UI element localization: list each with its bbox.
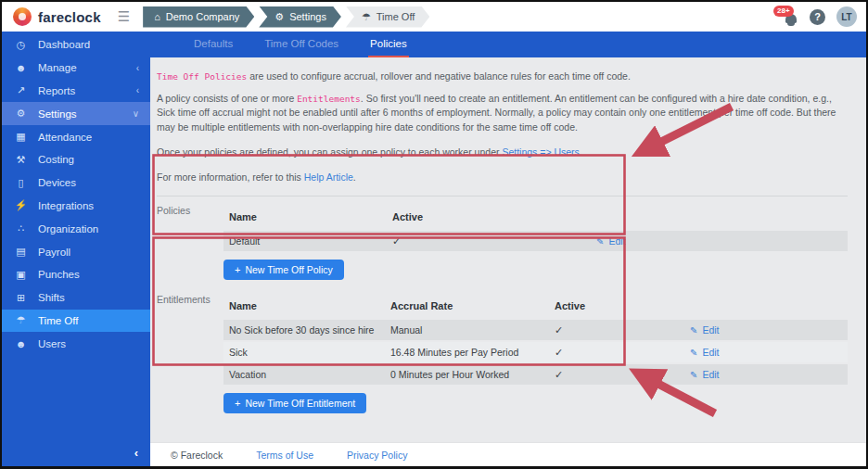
gear-icon: ⚙ xyxy=(274,12,284,22)
entitlement-accrual-rate: Manual xyxy=(390,324,555,336)
sidebar-item-time-off[interactable]: ☂ Time Off xyxy=(2,310,150,333)
intro-paragraph-3: Once your policies are defined, you can … xyxy=(157,146,848,159)
sidebar-item-integrations[interactable]: ⚡ Integrations xyxy=(2,195,150,218)
money-icon: ▤ xyxy=(14,246,28,258)
tab-policies[interactable]: Policies xyxy=(368,32,409,57)
edit-policy-link[interactable]: ✎Edit xyxy=(596,235,670,247)
button-label: New Time Off Policy xyxy=(245,264,332,275)
sidebar-item-users[interactable]: ☻ Users xyxy=(2,332,150,355)
pencil-icon: ✎ xyxy=(690,348,697,358)
policy-name: Default xyxy=(223,235,392,247)
help-icon[interactable]: ? xyxy=(810,9,825,25)
policies-table-header: Name Active xyxy=(223,202,848,231)
attendance-grid-icon: ▦ xyxy=(14,131,28,143)
new-time-off-policy-button[interactable]: +New Time Off Policy xyxy=(223,260,344,280)
sidebar-item-label: Manage xyxy=(38,62,126,73)
sidebar-item-manage[interactable]: ☻ Manage ‹ xyxy=(2,57,150,80)
chevron-down-icon: ∨ xyxy=(133,108,139,119)
breadcrumb-time-off[interactable]: ☂ Time Off xyxy=(346,6,429,28)
privacy-policy-link[interactable]: Privacy Policy xyxy=(347,450,407,461)
sidebar-item-attendance[interactable]: ▦ Attendance xyxy=(2,125,150,148)
plug-icon: ⚡ xyxy=(14,199,28,211)
entitlement-row-sick[interactable]: Sick 16.48 Minutes per Pay Period ✓ ✎Edi… xyxy=(223,342,848,362)
person-icon: ☻ xyxy=(14,62,28,73)
tab-defaults[interactable]: Defaults xyxy=(192,32,235,57)
breadcrumb-label: Time Off xyxy=(377,11,415,22)
dashboard-icon: ◷ xyxy=(14,39,28,51)
sidebar-item-dashboard[interactable]: ◷ Dashboard xyxy=(2,33,150,57)
entitlement-accrual-rate: 0 Minutes per Hour Worked xyxy=(390,369,555,380)
entitlement-name: No Sick before 30 days since hire xyxy=(223,324,390,336)
entitlement-row-no-sick[interactable]: No Sick before 30 days since hire Manual… xyxy=(223,320,848,340)
breadcrumb: ⌂ Demo Company ⚙ Settings ☂ Time Off xyxy=(143,6,429,28)
sidebar-item-shifts[interactable]: ⊞ Shifts xyxy=(2,286,150,310)
edit-label: Edit xyxy=(702,347,719,358)
button-label: New Time Off Entitlement xyxy=(245,398,355,409)
sidebar-item-punches[interactable]: ▣ Punches xyxy=(2,263,150,286)
intro-paragraph-4: For more information, refer to this Help… xyxy=(157,171,848,184)
chart-icon: ↗ xyxy=(14,84,28,96)
section-divider xyxy=(157,196,848,196)
column-header-name: Name xyxy=(223,211,392,222)
time-off-tabbar: Defaults Time Off Codes Policies xyxy=(150,32,866,57)
users-icon: ☻ xyxy=(14,338,28,349)
entitlement-name: Sick xyxy=(223,347,390,358)
edit-label: Edit xyxy=(702,324,719,336)
sidebar-item-costing[interactable]: ⚒ Costing xyxy=(2,148,150,171)
sidebar-item-label: Organization xyxy=(38,223,139,234)
column-header-active: Active xyxy=(392,211,596,222)
briefcase-icon: ▣ xyxy=(14,269,28,281)
sidebar-item-label: Attendance xyxy=(38,132,139,143)
sidebar-collapse-icon[interactable]: ‹ xyxy=(134,446,138,460)
sidebar-item-label: Devices xyxy=(38,177,139,188)
notifications-bell-icon[interactable]: 28+ xyxy=(784,12,798,25)
entitlement-row-vacation[interactable]: Vacation 0 Minutes per Hour Worked ✓ ✎Ed… xyxy=(223,364,848,385)
tab-time-off-codes[interactable]: Time Off Codes xyxy=(262,32,340,57)
terms-of-use-link[interactable]: Terms of Use xyxy=(256,450,313,461)
entitlement-name: Vacation xyxy=(223,369,390,380)
sidebar-item-reports[interactable]: ↗ Reports ‹ xyxy=(2,80,150,103)
intro-paragraph-1: Time Off Policies are used to configure … xyxy=(157,70,848,83)
sidebar-item-payroll[interactable]: ▤ Payroll xyxy=(2,240,150,263)
policies-table: Name Active Default ✓ ✎Edit +New Time Of… xyxy=(223,202,848,280)
breadcrumb-settings[interactable]: ⚙ Settings xyxy=(259,6,341,28)
column-header-accrual-rate: Accrual Rate xyxy=(390,300,555,311)
entitlement-accrual-rate: 16.48 Minutes per Pay Period xyxy=(390,347,555,358)
pencil-icon: ✎ xyxy=(690,325,697,336)
plus-icon: + xyxy=(235,398,240,409)
brand-name: fareclock xyxy=(38,9,101,25)
sidebar-nav: ◷ Dashboard ☻ Manage ‹ ↗ Reports ‹ ⚙ Set… xyxy=(2,32,150,466)
pencil-icon: ✎ xyxy=(596,236,604,247)
new-time-off-entitlement-button[interactable]: +New Time Off Entitlement xyxy=(223,393,366,413)
active-checkmark: ✓ xyxy=(555,347,690,359)
edit-entitlement-link[interactable]: ✎Edit xyxy=(690,369,764,380)
intro-text: For more information, refer to this xyxy=(157,171,304,183)
hamburger-menu-icon[interactable]: ☰ xyxy=(118,8,130,25)
plus-icon: + xyxy=(235,264,240,275)
top-header: fareclock ☰ ⌂ Demo Company ⚙ Settings ☂ … xyxy=(2,2,866,32)
chevron-left-icon: ‹ xyxy=(136,85,139,95)
breadcrumb-demo-company[interactable]: ⌂ Demo Company xyxy=(143,6,254,28)
settings-users-link[interactable]: Settings => Users xyxy=(502,146,579,158)
help-article-link[interactable]: Help Article xyxy=(304,171,353,183)
intro-text: are used to configure accrual, rollover … xyxy=(247,70,631,82)
intro-text: Once your policies are defined, you can … xyxy=(157,146,502,158)
edit-entitlement-link[interactable]: ✎Edit xyxy=(690,347,764,358)
fareclock-app-window: fareclock ☰ ⌂ Demo Company ⚙ Settings ☂ … xyxy=(0,0,868,469)
sidebar-item-label: Settings xyxy=(38,108,122,120)
copyright-text: © Fareclock xyxy=(171,450,223,461)
sidebar-item-label: Costing xyxy=(38,154,139,165)
active-checkmark: ✓ xyxy=(555,369,690,381)
edit-entitlement-link[interactable]: ✎Edit xyxy=(690,324,764,336)
policies-panel: Time Off Policies are used to configure … xyxy=(150,57,866,442)
user-avatar[interactable]: LT xyxy=(836,6,857,27)
policies-section-label: Policies xyxy=(157,202,223,280)
gear-icon: ⚙ xyxy=(14,108,28,120)
policy-row-default[interactable]: Default ✓ ✎Edit xyxy=(223,231,848,251)
sidebar-item-organization[interactable]: ∴ Organization xyxy=(2,217,150,240)
content-area: Defaults Time Off Codes Policies Time Of… xyxy=(150,32,866,466)
sidebar-item-settings[interactable]: ⚙ Settings ∨ xyxy=(2,102,150,125)
sidebar-item-devices[interactable]: ▯ Devices xyxy=(2,171,150,195)
entitlements-table: Name Accrual Rate Active No Sick before … xyxy=(223,291,848,413)
intro-text: . xyxy=(353,171,356,183)
